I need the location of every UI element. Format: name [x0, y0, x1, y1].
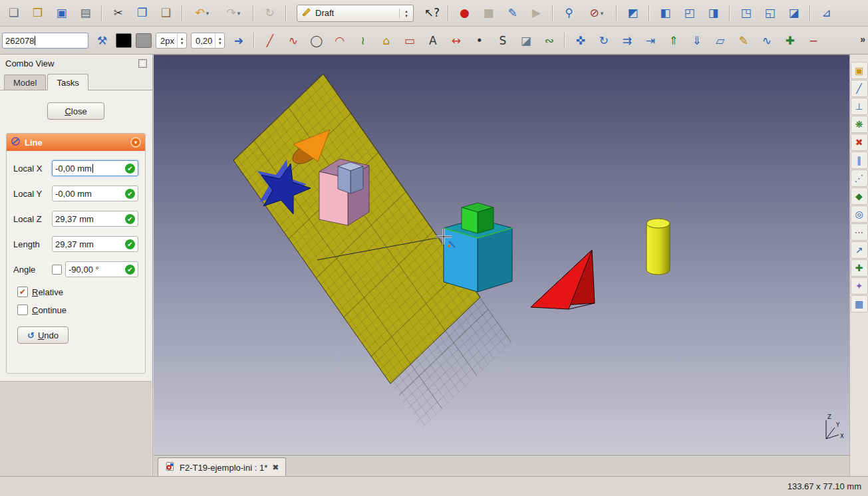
draft-line-button[interactable]: ╱ [260, 31, 279, 51]
face-color-button[interactable] [136, 33, 152, 48]
toolbar-overflow-button[interactable]: » [860, 34, 865, 45]
snap-midpoint-button[interactable]: ◆ [851, 187, 868, 205]
macro-edit-button[interactable]: ✎ [503, 3, 522, 23]
view-left-button[interactable]: ◪ [784, 3, 803, 23]
draft-bspline-button[interactable]: ≀ [353, 31, 372, 51]
draft-polygon-button[interactable]: ⌂ [376, 31, 396, 51]
draft-wire-to-bspline-button[interactable]: ∿ [757, 31, 776, 51]
field-input[interactable]: 29,37 mm ✔ [52, 236, 138, 252]
undo-line-button[interactable]: ↺ Undo [17, 326, 69, 344]
macro-play-button[interactable]: ▶ [527, 3, 546, 23]
close-document-icon[interactable]: ✖ [272, 463, 279, 472]
checkbox-box[interactable]: ✔ [17, 305, 28, 315]
tab-model[interactable]: Model [4, 74, 46, 90]
local-z-field[interactable]: Local Z 29,37 mm ✔ [13, 211, 138, 227]
draft-arc-button[interactable]: ◠ [330, 31, 349, 51]
draft-move-button[interactable]: ✜ [571, 31, 590, 51]
snap-extension-button[interactable]: ⋰ [851, 170, 868, 187]
undo-button[interactable]: ↶ [189, 3, 216, 23]
draft-point-button[interactable]: • [470, 31, 489, 51]
measure-distance-button[interactable]: ⊿ [817, 3, 836, 23]
new-document-button[interactable]: ❏ [4, 3, 23, 23]
apply-style-button[interactable]: ➜ [229, 31, 248, 51]
spin-up-icon[interactable]: ▴ [178, 36, 186, 41]
view-axonometric-button[interactable]: ◩ [623, 3, 643, 23]
draft-text-button[interactable]: A [423, 31, 442, 51]
workbench-selector[interactable]: Draft ▴ ▾ [297, 5, 414, 22]
view-rear-button[interactable]: ◳ [736, 3, 756, 23]
draft-edit-button[interactable]: ✎ [734, 31, 753, 51]
snap-lock-button[interactable]: ▣ [851, 62, 868, 79]
field-input[interactable]: -0,00 mm ✔ [52, 186, 138, 201]
draft-trimex-button[interactable]: ⇥ [641, 31, 660, 51]
draft-scale-button[interactable]: ▱ [710, 31, 730, 51]
view-right-button[interactable]: ◨ [704, 3, 723, 23]
print-button[interactable]: ▤ [76, 3, 95, 23]
draft-offset-button[interactable]: ⇉ [617, 31, 637, 51]
spinner-arrows[interactable]: ▴ ▾ [215, 33, 224, 48]
view-bottom-button[interactable]: ◱ [760, 3, 780, 23]
snap-parallel-button[interactable]: ∥ [851, 152, 868, 169]
macro-stop-button[interactable]: ■ [479, 3, 498, 23]
redo-button[interactable]: ↷ [220, 3, 247, 23]
snap-endpoint-button[interactable]: ╱ [851, 80, 868, 97]
spin-down-icon[interactable]: ▾ [402, 13, 410, 18]
paste-button[interactable]: ❑ [156, 3, 176, 23]
construction-mode-button[interactable]: ⚒ [92, 31, 112, 51]
spin-down-icon[interactable]: ▾ [216, 41, 224, 45]
snap-special-button[interactable]: ✦ [851, 277, 868, 295]
snap-angle-button[interactable]: ❋ [851, 116, 868, 133]
field-input[interactable]: -0,00 mm ✔ [52, 160, 138, 176]
copy-button[interactable]: ❐ [132, 3, 152, 23]
snap-ortho-button[interactable]: ↗ [851, 241, 868, 259]
field-input[interactable]: 29,37 mm ✔ [52, 211, 138, 227]
macro-record-button[interactable]: ● [455, 3, 474, 23]
length-field[interactable]: Length 29,37 mm ✔ [13, 236, 138, 252]
viewport-area[interactable]: Z Y X [154, 55, 849, 455]
draft-rotate-button[interactable]: ↻ [594, 31, 613, 51]
local-x-field[interactable]: Local X -0,00 mm ✔ [13, 160, 138, 176]
field-input[interactable]: -90,00 ° ✔ [65, 261, 138, 277]
draft-bezier-button[interactable]: ∾ [539, 31, 559, 51]
snap-working-plane-button[interactable]: ▦ [851, 295, 868, 312]
snap-intersection-button[interactable]: ✖ [851, 134, 868, 151]
local-y-field[interactable]: Local Y -0,00 mm ✔ [13, 186, 138, 201]
spin-up-icon[interactable]: ▴ [216, 36, 224, 41]
whats-this-button[interactable]: ↖? [422, 3, 442, 23]
workbench-dropdown-arrows[interactable]: ▴ ▾ [399, 9, 410, 18]
draft-command-input[interactable]: 262078 [2, 33, 88, 49]
relative-checkbox[interactable]: ✔ Relative [17, 287, 138, 297]
collapse-task-button[interactable]: ▾ [130, 137, 141, 148]
spin-down-icon[interactable]: ▾ [178, 41, 186, 45]
draft-upgrade-button[interactable]: ⇑ [664, 31, 683, 51]
line-width-spinner[interactable]: 2px ▴ ▾ [156, 33, 187, 49]
draft-wire-button[interactable]: ∿ [283, 31, 303, 51]
snap-center-button[interactable]: ◎ [851, 205, 868, 223]
draft-dimension-button[interactable]: ↔ [446, 31, 466, 51]
spin-up-icon[interactable]: ▴ [402, 9, 410, 13]
box-object[interactable] [319, 159, 369, 225]
checkbox-box[interactable]: ✔ [17, 287, 28, 297]
text-scale-spinner[interactable]: 0,20 ▴ ▾ [191, 33, 225, 49]
3d-viewport[interactable]: Z Y X [154, 55, 849, 454]
save-button[interactable]: ▣ [52, 3, 71, 23]
zoom-fit-button[interactable]: ⚲ [559, 3, 579, 23]
document-tab[interactable]: F2-T19-ejemplo-ini : 1* ✖ [158, 457, 286, 477]
draft-facebinder-button[interactable]: ◪ [516, 31, 535, 51]
continue-checkbox[interactable]: ✔ Continue [17, 305, 138, 315]
draft-downgrade-button[interactable]: ⇓ [687, 31, 706, 51]
view-top-button[interactable]: ◰ [680, 3, 699, 23]
close-task-button[interactable]: Close [47, 102, 104, 120]
refresh-button[interactable]: ↻ [260, 3, 279, 23]
draft-rectangle-button[interactable]: ▭ [400, 31, 419, 51]
view-front-button[interactable]: ◧ [656, 3, 675, 23]
snap-grid-button[interactable]: ✚ [851, 259, 868, 277]
snap-perpendicular-button[interactable]: ⊥ [851, 98, 868, 115]
tab-tasks[interactable]: Tasks [47, 74, 88, 90]
draw-style-button[interactable]: ⊘ [583, 3, 610, 23]
spinner-arrows[interactable]: ▴ ▾ [177, 33, 186, 48]
draft-delete-point-button[interactable]: − [803, 31, 823, 51]
cut-button[interactable]: ✂ [108, 3, 128, 23]
panel-float-button[interactable] [138, 59, 147, 68]
draft-shapestring-button[interactable]: S [493, 31, 512, 51]
